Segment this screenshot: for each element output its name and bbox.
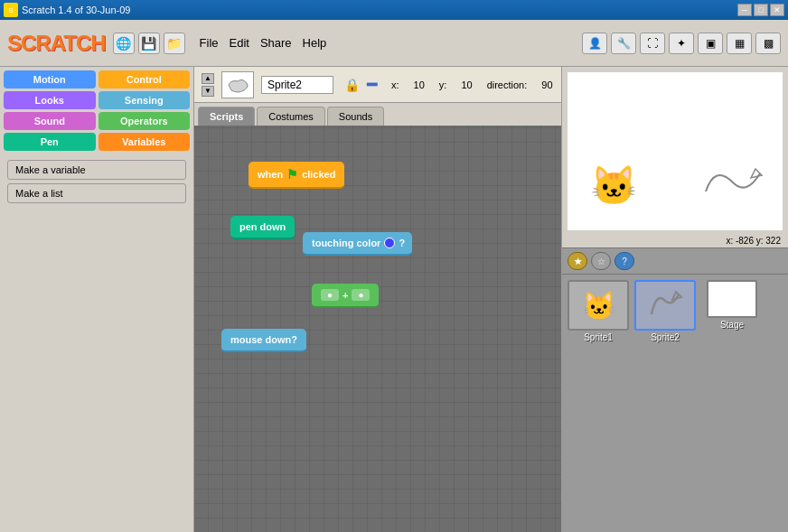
block-touching-color[interactable]: touching color ?: [303, 232, 412, 256]
block-pen-down[interactable]: pen down: [230, 216, 295, 239]
operator-left[interactable]: ●: [321, 289, 339, 301]
fullscreen-icon[interactable]: ⛶: [640, 33, 665, 54]
categories-grid: Motion Control Looks Sensing Sound Opera…: [4, 70, 190, 151]
sprite2-image: [634, 280, 696, 331]
sprite1-image: 🐱: [568, 280, 629, 331]
close-button[interactable]: ✕: [770, 4, 784, 16]
category-pen[interactable]: Pen: [4, 133, 96, 151]
minimize-button[interactable]: ─: [737, 4, 752, 16]
stage-image: [707, 280, 757, 318]
content-area: Motion Control Looks Sensing Sound Opera…: [0, 67, 788, 532]
block-when-text: when: [258, 169, 283, 180]
operator-plus: +: [342, 290, 348, 301]
stage-area: 🐱 x: -826 y: 322: [562, 67, 788, 247]
sprites-container: 🐱 Sprite1 Sprite2 Stage: [562, 275, 788, 532]
stage-canvas: 🐱: [568, 72, 783, 230]
direction-label: direction:: [487, 79, 528, 90]
blocks-panel: Motion Control Looks Sensing Sound Opera…: [0, 67, 194, 532]
layout3-icon[interactable]: ▩: [755, 33, 781, 54]
editor-tabs: Scripts Costumes Sounds: [194, 103, 561, 126]
sprite-thumb-sprite2[interactable]: Sprite2: [634, 280, 696, 342]
save-icon[interactable]: 💾: [138, 33, 160, 54]
stage-cat-sprite: 🐱: [590, 163, 637, 208]
selector-star-filled[interactable]: ★: [568, 252, 587, 270]
menu-file[interactable]: File: [200, 36, 219, 50]
globe-icon[interactable]: 🌐: [113, 33, 135, 54]
stage-drawing: [697, 155, 769, 212]
sprite-info-bar: ▲ ▼ Sprite2 🔒 ━ x: 10 y: 10 direction: 9…: [194, 67, 561, 103]
scratch-logo: SCRATCH: [7, 31, 106, 56]
operator-right[interactable]: ●: [352, 289, 370, 301]
block-pen-text: pen down: [239, 221, 286, 232]
sprite-nav-up[interactable]: ▲: [202, 73, 214, 84]
sprite-thumb-sprite1[interactable]: 🐱 Sprite1: [568, 280, 629, 342]
color-picker[interactable]: [384, 238, 395, 248]
sprite1-label: Sprite1: [584, 332, 613, 342]
menu-items: File Edit Share Help: [200, 36, 327, 50]
sprite-y-label: y:: [439, 79, 447, 90]
sprite-name[interactable]: Sprite2: [261, 76, 333, 94]
selector-star-outline[interactable]: ☆: [591, 252, 611, 270]
right-panel: 🐱 x: -826 y: 322 ★ ☆: [562, 67, 788, 532]
selector-question[interactable]: ?: [614, 252, 634, 270]
maximize-button[interactable]: □: [754, 4, 768, 16]
category-motion[interactable]: Motion: [4, 70, 96, 89]
wrench-icon[interactable]: 🔧: [611, 33, 636, 54]
category-sensing[interactable]: Sensing: [98, 91, 191, 109]
script-canvas[interactable]: when ⚑ clicked pen down touching color ?…: [194, 126, 561, 532]
title-bar-text: Scratch 1.4 of 30-Jun-09: [22, 5, 130, 15]
folder-icon[interactable]: 📁: [164, 33, 185, 54]
sprite-y-value: 10: [461, 79, 472, 90]
category-sound[interactable]: Sound: [4, 112, 96, 130]
stage-label: Stage: [720, 320, 744, 330]
person-icon[interactable]: 👤: [582, 33, 607, 54]
app-container: SCRATCH 🌐 💾 📁 File Edit Share Help 👤 🔧 ⛶…: [0, 20, 788, 532]
block-mouse-text: mouse down?: [230, 334, 297, 345]
category-operators[interactable]: Operators: [98, 112, 191, 130]
title-bar: S Scratch 1.4 of 30-Jun-09 ─ □ ✕: [0, 0, 788, 20]
middle-panel: ▲ ▼ Sprite2 🔒 ━ x: 10 y: 10 direction: 9…: [194, 67, 562, 532]
sprite-color-bar: ━: [367, 75, 377, 95]
block-mouse-down[interactable]: mouse down?: [221, 329, 306, 352]
block-touching-text: touching color: [312, 238, 380, 248]
direction-value: 90: [541, 79, 552, 90]
right-toolbar: 👤 🔧 ⛶ ✦ ▣ ▦ ▩: [582, 33, 781, 54]
layout2-icon[interactable]: ▦: [727, 33, 752, 54]
make-variable-button[interactable]: Make a variable: [7, 160, 186, 180]
tab-scripts[interactable]: Scripts: [198, 107, 255, 126]
lock-icon: 🔒: [344, 78, 360, 92]
category-control[interactable]: Control: [98, 70, 191, 89]
stage-thumb[interactable]: Stage: [701, 280, 763, 342]
menu-help[interactable]: Help: [303, 36, 327, 50]
sprite-x-value: 10: [414, 79, 425, 90]
flag-icon: ⚑: [286, 167, 298, 182]
window-controls: ─ □ ✕: [737, 4, 784, 16]
sprite-selector-bar: ★ ☆ ?: [562, 247, 788, 275]
menu-edit[interactable]: Edit: [230, 36, 249, 50]
toolbar-icons: 🌐 💾 📁: [113, 33, 185, 54]
present-icon[interactable]: ✦: [669, 33, 694, 54]
make-list-button[interactable]: Make a list: [7, 183, 186, 203]
stage-coords: x: -826 y: 322: [562, 236, 788, 247]
sprite-thumbnail: [221, 71, 254, 98]
app-icon: S: [4, 3, 18, 17]
category-looks[interactable]: Looks: [4, 91, 96, 109]
block-clicked-text: clicked: [302, 169, 335, 180]
tab-costumes[interactable]: Costumes: [257, 107, 325, 126]
menu-share[interactable]: Share: [260, 36, 292, 50]
block-operator[interactable]: ● + ●: [312, 284, 379, 308]
block-question: ?: [399, 238, 405, 248]
sprite-nav-down[interactable]: ▼: [202, 86, 214, 97]
menu-bar: SCRATCH 🌐 💾 📁 File Edit Share Help 👤 🔧 ⛶…: [0, 20, 788, 67]
block-when-clicked[interactable]: when ⚑ clicked: [249, 162, 344, 189]
category-variables[interactable]: Variables: [98, 133, 191, 151]
layout1-icon[interactable]: ▣: [698, 33, 723, 54]
tab-sounds[interactable]: Sounds: [327, 107, 384, 126]
sprite-x-label: x:: [391, 79, 399, 90]
sprite2-label: Sprite2: [651, 332, 680, 342]
